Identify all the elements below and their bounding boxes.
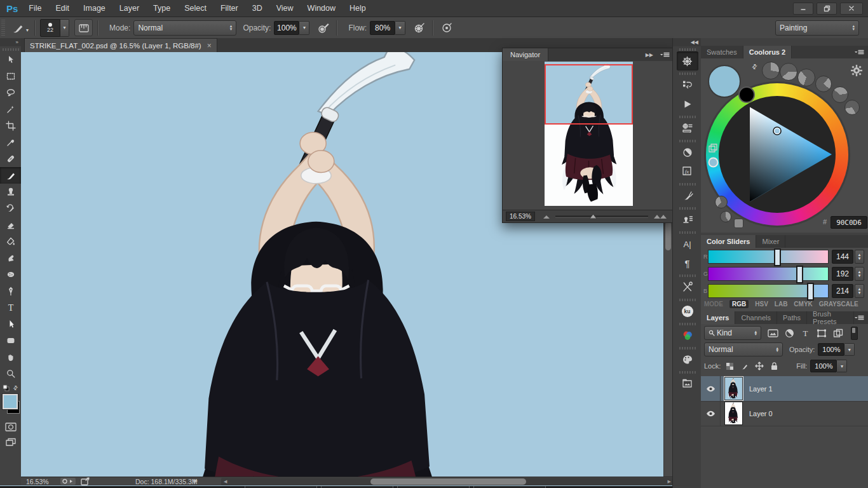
red-slider[interactable] — [708, 250, 829, 264]
tool-rectangular-marquee[interactable] — [0, 68, 21, 85]
tool-eyedropper[interactable] — [0, 134, 21, 151]
opacity-value[interactable]: 100% — [274, 21, 299, 35]
panel-icon-character[interactable]: A| — [677, 234, 698, 254]
minimize-button[interactable] — [793, 3, 813, 15]
layer-opacity-caret[interactable]: ▾ — [844, 343, 855, 356]
knob-7[interactable] — [715, 196, 728, 208]
layer-1-thumbnail[interactable] — [724, 377, 743, 400]
knob-1[interactable] — [762, 62, 780, 79]
tab-channels[interactable]: Channels — [735, 311, 776, 324]
red-slider-thumb[interactable] — [774, 248, 781, 266]
tool-crop[interactable] — [0, 118, 21, 134]
panel-icon-styles[interactable]: fx — [677, 162, 698, 181]
vertical-scrollbar-thumb[interactable] — [665, 221, 671, 250]
brush-picker-caret[interactable]: ▾ — [60, 19, 69, 37]
pressure-opacity-icon[interactable] — [315, 20, 332, 36]
document-tab[interactable]: STRIKE_FLAT_002.psd @ 16.5% (Layer 1, RG… — [24, 38, 217, 53]
scroll-right-icon[interactable]: ▶ — [668, 479, 671, 484]
coolorus-background-swatch[interactable] — [738, 86, 755, 103]
navigator-menu-icon[interactable] — [660, 51, 670, 58]
menu-file[interactable]: File — [22, 0, 48, 17]
zoom-out-icon[interactable] — [543, 214, 550, 219]
blue-slider-thumb[interactable] — [807, 283, 814, 301]
zoom-in-icon[interactable] — [653, 214, 667, 219]
document-tab-close-icon[interactable]: × — [207, 41, 212, 50]
green-slider-thumb[interactable] — [796, 266, 803, 283]
green-value-field[interactable]: 192 — [832, 267, 853, 281]
foreground-color-swatch[interactable] — [3, 394, 18, 409]
blue-slider[interactable] — [708, 284, 829, 298]
options-grip[interactable] — [1, 20, 5, 36]
panel-icon-swatch-palette[interactable] — [677, 350, 698, 369]
airbrush-icon[interactable] — [410, 20, 428, 36]
panel-icon-libraries[interactable] — [677, 374, 698, 393]
red-stepper[interactable]: ▲▼ — [855, 250, 864, 264]
opacity-caret[interactable]: ▾ — [299, 21, 309, 35]
lock-position-icon[interactable] — [755, 362, 764, 370]
mode-hsv[interactable]: HSV — [755, 301, 768, 308]
flow-value[interactable]: 80% — [370, 21, 395, 35]
navigator-preview[interactable] — [503, 61, 672, 210]
menu-filter[interactable]: Filter — [214, 0, 245, 17]
tab-paths[interactable]: Paths — [777, 311, 807, 324]
tool-history-brush[interactable] — [0, 200, 21, 217]
layer-0-name[interactable]: Layer 0 — [749, 410, 773, 417]
navigator-zoom-slider[interactable] — [555, 215, 648, 218]
filter-adjustment-layers-icon[interactable] — [785, 329, 794, 338]
mode-grayscale[interactable]: GRAYSCALE — [819, 301, 858, 308]
knob-6[interactable] — [844, 100, 860, 115]
layer-fill-caret[interactable]: ▾ — [837, 360, 847, 372]
layer-0-visibility-toggle[interactable] — [701, 401, 721, 426]
mode-cmyk[interactable]: CMYK — [794, 301, 812, 308]
coolorus-menu-icon[interactable] — [854, 48, 864, 56]
default-colors-icon[interactable] — [3, 384, 10, 391]
coolorus-settings-gear-icon[interactable] — [850, 64, 864, 78]
knob-5[interactable] — [832, 86, 848, 103]
copy-color-icon[interactable] — [709, 144, 717, 152]
toggle-brush-panel-button[interactable] — [74, 19, 93, 36]
green-stepper[interactable]: ▲▼ — [855, 267, 864, 281]
panel-icon-brush-panel[interactable] — [677, 186, 698, 205]
tab-layers[interactable]: Layers — [701, 311, 735, 324]
screen-mode-button[interactable] — [0, 435, 21, 450]
brush-size-preview[interactable]: 22 — [40, 19, 60, 37]
menu-type[interactable]: Type — [146, 0, 177, 17]
navigator-collapse-icon[interactable]: ▶▶ — [646, 52, 653, 58]
tab-brush-presets[interactable]: Brush Presets — [807, 311, 854, 324]
tool-healing-brush[interactable] — [0, 151, 21, 167]
panel-icon-navigator[interactable] — [677, 51, 698, 71]
filter-type-layers-icon[interactable]: T — [801, 329, 810, 338]
navigator-tab[interactable]: Navigator — [503, 48, 548, 61]
tab-mixer[interactable]: Mixer — [756, 235, 785, 248]
layer-1-name[interactable]: Layer 1 — [749, 385, 773, 393]
layer-0-thumbnail[interactable] — [724, 402, 743, 425]
tool-pen[interactable] — [0, 283, 21, 299]
blue-value-field[interactable]: 214 — [832, 284, 853, 298]
tool-preset-picker[interactable] — [9, 20, 26, 36]
horizontal-scrollbar-thumb[interactable] — [370, 478, 526, 485]
tool-clone-stamp[interactable] — [0, 184, 21, 200]
tool-move[interactable] — [0, 51, 21, 68]
tool-magic-wand[interactable] — [0, 101, 21, 118]
tool-paint-bucket[interactable] — [0, 233, 21, 250]
panel-icon-kuler[interactable]: ku — [677, 302, 698, 321]
zoom-level[interactable]: 16.53% — [26, 478, 49, 485]
layer-fill-value[interactable]: 100% — [810, 360, 837, 372]
knob-3[interactable] — [797, 69, 815, 86]
navigator-zoom-field[interactable]: 16.53% — [506, 212, 535, 221]
filter-smart-objects-icon[interactable] — [833, 329, 843, 338]
flow-caret[interactable]: ▾ — [395, 21, 405, 35]
scroll-left-icon[interactable]: ◀ — [224, 479, 227, 484]
red-value-field[interactable]: 144 — [832, 250, 853, 264]
lock-transparency-icon[interactable] — [726, 362, 734, 370]
hex-value-field[interactable]: 90C0D6 — [831, 216, 867, 229]
restore-button[interactable] — [817, 3, 837, 15]
panel-icon-clone-source[interactable] — [677, 210, 698, 229]
blue-stepper[interactable]: ▲▼ — [855, 284, 864, 298]
menu-edit[interactable]: Edit — [49, 0, 77, 17]
knob-2[interactable] — [780, 63, 797, 81]
swap-colors-icon[interactable]: ⇄ — [12, 384, 20, 392]
close-button[interactable] — [840, 3, 863, 15]
status-arrow-icon[interactable]: ▶ — [194, 478, 198, 484]
zoom-slider-thumb[interactable] — [589, 214, 597, 219]
